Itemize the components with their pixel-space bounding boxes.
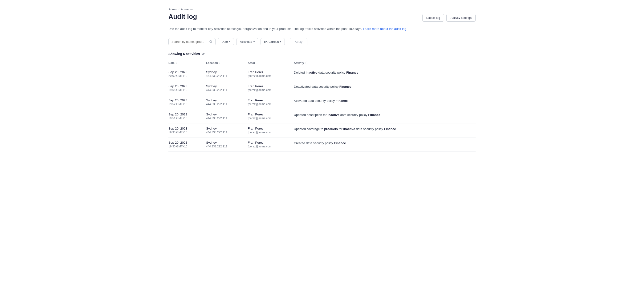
activity-cell: Deleted inactive data security policy Fi… [294,67,476,81]
date-main: Sep 20, 2023 [168,70,203,74]
activity-cell: Created data security policy Finance [294,137,476,151]
date-main: Sep 20, 2023 [168,113,203,116]
date-main: Sep 20, 2023 [168,84,203,88]
location-city: Sydney [206,84,245,88]
breadcrumb: Admin / Acme Inc. [168,7,476,11]
activities-filter-button[interactable]: Activities ▾ [236,38,258,45]
date-sub: 19:51 GMT+10 [168,117,203,120]
actor-name: Fran Perez [248,84,291,88]
audit-log-table: Date ↕ Location ↕ Actor ↕ Activity ⓘ [168,59,476,152]
search-box[interactable] [168,38,216,45]
date-filter-button[interactable]: Date ▾ [218,38,234,45]
chevron-down-icon: ▾ [280,40,281,43]
col-actor[interactable]: Actor ↕ [248,59,294,67]
actor-cell: Fran Perez fperez@acme.com [248,109,294,123]
ip-address-filter-button[interactable]: IP Address ▾ [260,38,285,45]
sort-icon: ↕ [176,62,177,64]
search-icon [209,40,212,43]
location-cell: Sydney 444.333.222.111 [206,67,248,81]
col-date[interactable]: Date ↕ [168,59,206,67]
location-ip: 444.333.222.111 [206,74,245,78]
date-sub: 19:33 GMT+10 [168,131,203,134]
col-location[interactable]: Location ↕ [206,59,248,67]
date-sub: 19:52 GMT+10 [168,103,203,106]
actor-name: Fran Perez [248,127,291,130]
breadcrumb-admin: Admin [168,7,177,11]
page-description: Use the audit log to monitor key activit… [168,26,476,31]
actor-cell: Fran Perez fperez@acme.com [248,123,294,137]
date-sub: 19:55 GMT+10 [168,88,203,92]
activity-cell: Deactivated data security policy Finance [294,81,476,95]
activity-cell: Updated description for inactive data se… [294,109,476,123]
actor-name: Fran Perez [248,141,291,144]
date-main: Sep 20, 2023 [168,127,203,130]
showing-row: Showing 6 activities ⟳ [168,52,476,56]
filters-bar: Date ▾ Activities ▾ IP Address ▾ Apply [168,38,476,45]
actor-cell: Fran Perez fperez@acme.com [248,67,294,81]
location-ip: 444.333.222.111 [206,131,245,134]
location-cell: Sydney 444.333.222.111 [206,81,248,95]
page-title: Audit log [168,13,197,20]
date-cell: Sep 20, 2023 19:51 GMT+10 [168,109,206,123]
col-activity: Activity ⓘ [294,59,476,67]
page-header: Audit log Export log Activity settings [168,13,476,22]
actor-email: fperez@acme.com [248,145,291,148]
chevron-down-icon: ▾ [229,40,230,43]
apply-button[interactable]: Apply [290,38,308,45]
location-city: Sydney [206,127,245,130]
table-row: Sep 20, 2023 19:51 GMT+10 Sydney 444.333… [168,109,476,123]
export-log-button[interactable]: Export log [422,14,444,22]
actor-name: Fran Perez [248,99,291,102]
location-cell: Sydney 444.333.222.111 [206,95,248,109]
sort-icon: ↕ [219,62,220,64]
date-main: Sep 20, 2023 [168,99,203,102]
actor-email: fperez@acme.com [248,117,291,120]
location-city: Sydney [206,70,245,74]
actor-email: fperez@acme.com [248,74,291,78]
table-row: Sep 20, 2023 19:55 GMT+10 Sydney 444.333… [168,81,476,95]
search-input[interactable] [172,40,207,43]
location-cell: Sydney 444.333.222.111 [206,109,248,123]
header-actions: Export log Activity settings [422,14,476,22]
refresh-icon[interactable]: ⟳ [202,52,205,56]
date-sub: 19:30 GMT+10 [168,145,203,148]
activity-settings-button[interactable]: Activity settings [446,14,476,22]
info-icon: ⓘ [306,62,308,64]
location-city: Sydney [206,141,245,144]
location-ip: 444.333.222.111 [206,88,245,92]
svg-line-1 [211,42,212,43]
table-row: Sep 20, 2023 19:30 GMT+10 Sydney 444.333… [168,137,476,151]
location-ip: 444.333.222.111 [206,103,245,106]
date-cell: Sep 20, 2023 19:30 GMT+10 [168,137,206,151]
learn-more-link[interactable]: Learn more about the audit log [363,27,406,30]
table-row: Sep 20, 2023 19:52 GMT+10 Sydney 444.333… [168,95,476,109]
location-ip: 444.333.222.111 [206,117,245,120]
date-sub: 20:00 GMT+10 [168,74,203,78]
date-cell: Sep 20, 2023 19:33 GMT+10 [168,123,206,137]
showing-label: Showing 6 activities [168,52,200,56]
date-main: Sep 20, 2023 [168,141,203,144]
breadcrumb-org: Acme Inc. [181,7,194,11]
actor-cell: Fran Perez fperez@acme.com [248,95,294,109]
date-cell: Sep 20, 2023 19:55 GMT+10 [168,81,206,95]
location-city: Sydney [206,113,245,116]
actor-email: fperez@acme.com [248,103,291,106]
actor-email: fperez@acme.com [248,131,291,134]
table-row: Sep 20, 2023 20:00 GMT+10 Sydney 444.333… [168,67,476,81]
date-cell: Sep 20, 2023 19:52 GMT+10 [168,95,206,109]
chevron-down-icon: ▾ [254,40,255,43]
location-city: Sydney [206,99,245,102]
actor-cell: Fran Perez fperez@acme.com [248,137,294,151]
location-ip: 444.333.222.111 [206,145,245,148]
table-row: Sep 20, 2023 19:33 GMT+10 Sydney 444.333… [168,123,476,137]
actor-cell: Fran Perez fperez@acme.com [248,81,294,95]
sort-icon: ↕ [256,62,258,64]
actor-name: Fran Perez [248,113,291,116]
actor-name: Fran Perez [248,70,291,74]
location-cell: Sydney 444.333.222.111 [206,123,248,137]
activity-cell: Activated data security policy Finance [294,95,476,109]
actor-email: fperez@acme.com [248,88,291,92]
location-cell: Sydney 444.333.222.111 [206,137,248,151]
date-cell: Sep 20, 2023 20:00 GMT+10 [168,67,206,81]
activity-cell: Updated coverage to products for inactiv… [294,123,476,137]
